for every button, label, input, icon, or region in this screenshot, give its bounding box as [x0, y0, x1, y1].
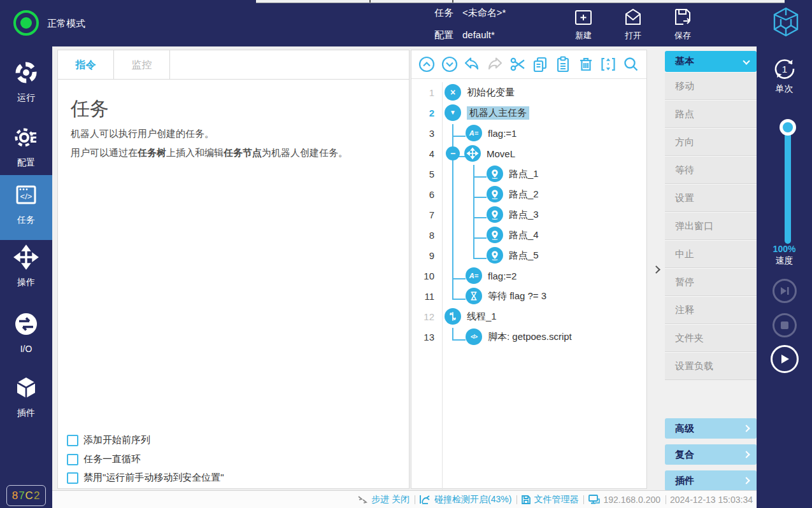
move-up-button[interactable] [417, 55, 436, 74]
checkbox-row-loop-forever[interactable]: 任务一直循环 [67, 453, 141, 465]
task-info-panel: 指令 监控 任务 机器人可以执行用户创建的任务。 用户可以通过在任务树上插入和编… [57, 50, 410, 489]
gear-settings-icon [13, 124, 39, 153]
tree-connector [473, 197, 487, 198]
chevron-right-icon [743, 451, 750, 458]
task-value: <未命名>* [462, 7, 506, 18]
step-next-button[interactable] [773, 279, 797, 303]
line-number: 10 [411, 271, 442, 281]
chevron-right-icon [743, 477, 750, 484]
instruction-item-folder[interactable]: 文件夹 [665, 324, 757, 352]
tree-node-row[interactable]: 13 </>脚本: getpoes.script [411, 327, 646, 347]
speed-slider-track[interactable] [785, 125, 791, 244]
instruction-item-abort[interactable]: 中止 [665, 240, 757, 268]
move-down-button[interactable] [440, 55, 459, 74]
instruction-item-waypoint[interactable]: 路点 [665, 100, 757, 128]
chevron-right-icon [652, 265, 660, 274]
new-file-icon [573, 6, 594, 28]
loop-forever-checkbox[interactable] [67, 454, 78, 465]
tree-connector [473, 217, 487, 218]
section-label: 高级 [675, 423, 694, 435]
tree-node-row[interactable]: 2 ▼机器人主任务 [411, 102, 646, 123]
instruction-item-wait[interactable]: 等待 [665, 156, 757, 184]
tree-node-row[interactable]: 1 ×初始化变量 [411, 82, 646, 102]
datetime-value: 2024-12-13 15:03:34 [670, 495, 753, 505]
single-cycle-button[interactable]: 1 [757, 55, 812, 82]
tab-instruction[interactable]: 指令 [58, 50, 114, 80]
stop-button[interactable] [773, 313, 797, 337]
section-composite-button[interactable]: 复合 [665, 444, 757, 465]
checkbox-row-disable-safe-move[interactable]: 禁用"运行前手动移动到安全位置" [67, 472, 224, 484]
instruction-item-set[interactable]: 设置 [665, 184, 757, 212]
node-label: 路点_3 [509, 209, 539, 221]
section-plugin-button[interactable]: 插件 [665, 470, 757, 491]
tree-node-row[interactable]: 9 路点_5 [411, 245, 646, 265]
paste-button[interactable] [553, 55, 573, 74]
tree-node-row[interactable]: 4 −MoveL [411, 143, 646, 164]
play-button[interactable] [771, 345, 799, 373]
step-mode-status[interactable]: 步进 关闭 [357, 494, 410, 505]
disable-safe-move-checkbox[interactable] [67, 472, 78, 484]
robot-status-light[interactable] [13, 10, 39, 36]
line-number: 4 [411, 148, 442, 159]
fit-collapse-button[interactable] [599, 55, 618, 74]
assign-icon: A= [466, 267, 482, 284]
section-advanced-button[interactable]: 高级 [665, 418, 757, 439]
waypoint-icon [487, 247, 503, 264]
sidebar-item-io[interactable]: I/O [0, 311, 52, 354]
line-number: 6 [411, 189, 442, 200]
tree-node-row[interactable]: 5 路点_1 [411, 164, 646, 184]
file-manager-link[interactable]: 文件管理器 [521, 494, 578, 505]
speed-slider-thumb[interactable] [780, 119, 796, 136]
sidebar-item-plugin[interactable]: 插件 [0, 374, 52, 419]
instruction-item-direction[interactable]: 方向 [665, 128, 757, 156]
open-task-button[interactable]: 打开 [613, 6, 653, 43]
tree-connector [473, 237, 487, 239]
sidebar-item-config[interactable]: 配置 [0, 124, 52, 169]
new-task-button[interactable]: 新建 [563, 6, 604, 43]
panel-expander[interactable] [647, 50, 665, 489]
collapse-toggle-icon[interactable]: − [446, 146, 460, 160]
divider [415, 495, 415, 504]
undo-button[interactable] [462, 55, 481, 74]
node-label: 脚本: getpoes.script [488, 331, 572, 343]
tree-node-row[interactable]: 8 路点_4 [411, 225, 646, 245]
task-description-1: 机器人可以执行用户创建的任务。 [71, 128, 214, 140]
tree-node-row[interactable]: 11 等待 flag ?= 3 [411, 286, 646, 306]
node-label: flag:=1 [488, 128, 516, 139]
sidebar-item-task[interactable]: </> 任务 [0, 181, 52, 226]
expand-toggle-icon[interactable]: ▼ [445, 104, 461, 121]
new-button-label: 新建 [575, 30, 592, 41]
section-label: 复合 [675, 449, 694, 461]
file-manager-label: 文件管理器 [534, 494, 578, 505]
instruction-item-popup[interactable]: 弹出窗口 [665, 212, 757, 240]
cut-button[interactable] [508, 55, 527, 74]
sidebar-item-run[interactable]: 运行 [0, 59, 52, 104]
divider [583, 495, 584, 504]
save-task-button[interactable]: 保存 [662, 6, 703, 43]
pre-sequence-checkbox[interactable] [67, 435, 78, 446]
node-label: 路点_4 [509, 229, 539, 241]
tree-node-row[interactable]: 3 A=flag:=1 [411, 123, 646, 143]
instruction-item-move[interactable]: 移动 [665, 72, 757, 100]
tree-node-row[interactable]: 6 路点_2 [411, 184, 646, 204]
copy-button[interactable] [531, 55, 550, 74]
tab-monitor[interactable]: 监控 [114, 50, 170, 80]
checkbox-row-pre-sequence[interactable]: 添加开始前序列 [67, 434, 150, 446]
instruction-item-payload[interactable]: 设置负载 [665, 352, 757, 380]
line-number: 13 [411, 332, 442, 342]
save-button-label: 保存 [674, 30, 691, 41]
search-button[interactable] [622, 55, 641, 74]
instruction-item-pause[interactable]: 暂停 [665, 268, 757, 296]
category-basic-header[interactable]: 基本 [665, 51, 757, 72]
redo-button[interactable] [485, 55, 504, 74]
badge-char: 8 [12, 490, 18, 502]
sidebar-item-operate[interactable]: 操作 [0, 244, 52, 288]
collision-detect-status[interactable]: 碰撞检测开启(43%) [419, 494, 511, 505]
tree-node-row[interactable]: 12 线程_1 [411, 306, 646, 327]
tree-node-row[interactable]: 7 路点_3 [411, 204, 646, 225]
instruction-item-comment[interactable]: 注释 [665, 296, 757, 324]
tree-node-row[interactable]: 10 A=flag:=2 [411, 265, 646, 286]
file-manager-icon [521, 495, 531, 505]
checkbox-label: 禁用"运行前手动移动到安全位置" [83, 472, 224, 484]
delete-button[interactable] [576, 55, 595, 74]
